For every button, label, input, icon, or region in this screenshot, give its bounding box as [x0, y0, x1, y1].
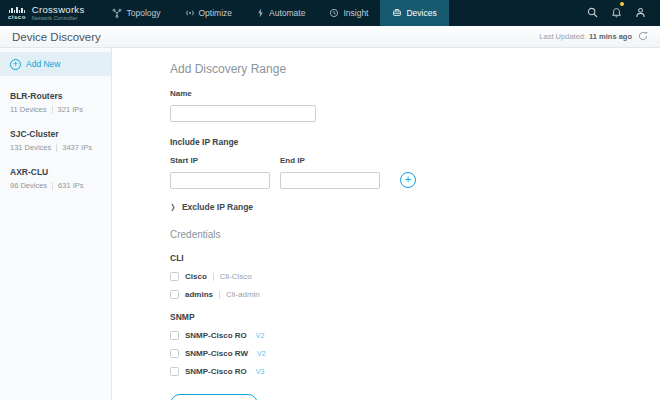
cisco-logo-icon: cisco: [8, 7, 26, 20]
snmp-cisco-ro-v2-checkbox[interactable]: [170, 331, 179, 340]
group-devices: 11 Devices: [10, 105, 47, 114]
group-name: BLR-Routers: [10, 91, 101, 101]
credential-name: SNMP-Cisco RO: [185, 367, 247, 376]
group-name: SJC-Cluster: [10, 129, 101, 139]
discovery-sidebar: + Add New BLR-Routers 11 Devices 321 IPs…: [0, 48, 112, 400]
add-ip-range-button[interactable]: +: [400, 172, 416, 188]
cli-cisco-checkbox[interactable]: [170, 272, 179, 281]
nav-item-automate[interactable]: Automate: [244, 0, 317, 26]
search-icon[interactable]: [587, 4, 598, 22]
plus-circle-icon: +: [10, 59, 21, 70]
group-name: AXR-CLU: [10, 167, 101, 177]
snmp-credential-row: SNMP-Cisco RO V2: [170, 331, 660, 340]
nav-item-label: Automate: [269, 8, 305, 18]
group-ips: 321 IPs: [58, 105, 83, 114]
exclude-ip-range-toggle[interactable]: ❯ Exclude IP Range: [170, 202, 660, 212]
brand-subtitle: Network Controller: [32, 15, 85, 21]
last-updated-label: Last Updated:: [539, 32, 586, 41]
group-ips: 631 IPs: [58, 181, 83, 190]
cisco-logo-word: cisco: [8, 14, 26, 20]
cisco-logo-bars: [9, 7, 26, 13]
nav-item-topology[interactable]: Topology: [100, 0, 172, 26]
sidebar-item-sjc-cluster[interactable]: SJC-Cluster 131 Devices 3437 IPs: [0, 129, 111, 152]
automate-icon: [256, 8, 265, 18]
divider: [213, 273, 214, 281]
add-new-label: Add New: [26, 59, 61, 69]
brand-text: Crossworks Network Controller: [32, 5, 85, 21]
snmp-section-title: SNMP: [170, 312, 660, 322]
snmp-cisco-ro-v3-checkbox[interactable]: [170, 367, 179, 376]
credential-name: SNMP-Cisco RW: [185, 349, 248, 358]
nav-item-label: Optimize: [199, 8, 233, 18]
insight-icon: [329, 8, 339, 18]
name-input[interactable]: [170, 105, 316, 122]
cli-credential-row: admins Cli-admin: [170, 290, 660, 299]
credential-name: admins: [185, 290, 213, 299]
refresh-icon[interactable]: [638, 31, 648, 43]
cli-credential-row: Cisco Cli-Cisco: [170, 272, 660, 281]
group-stats: 11 Devices 321 IPs: [10, 105, 101, 114]
snmp-version-badge: V2: [256, 332, 265, 339]
divider: [52, 182, 53, 190]
credential-detail: Cli-admin: [226, 290, 260, 299]
divider: [219, 291, 220, 299]
name-label: Name: [170, 89, 660, 98]
divider: [52, 106, 53, 114]
brand: cisco Crossworks Network Controller: [0, 0, 94, 26]
topology-icon: [112, 8, 122, 18]
group-devices: 131 Devices: [10, 143, 51, 152]
sidebar-item-blr-routers[interactable]: BLR-Routers 11 Devices 321 IPs: [0, 91, 111, 114]
start-monitoring-button[interactable]: Start Monitoring: [170, 394, 258, 400]
nav-item-insight[interactable]: Insight: [317, 0, 380, 26]
snmp-credential-row: SNMP-Cisco RW V2: [170, 349, 660, 358]
start-ip-label: Start IP: [170, 156, 270, 165]
form-title: Add Discovery Range: [170, 62, 660, 76]
start-ip-group: Start IP: [170, 156, 270, 189]
brand-title: Crossworks: [32, 5, 85, 15]
start-ip-input[interactable]: [170, 172, 270, 189]
divider: [56, 144, 57, 152]
nav-utility-icons: [587, 0, 660, 26]
cli-admins-checkbox[interactable]: [170, 290, 179, 299]
page-header: Device Discovery Last Updated: 11 mins a…: [0, 26, 660, 48]
chevron-right-icon: ❯: [171, 203, 176, 211]
ip-range-row: Start IP End IP +: [170, 156, 660, 189]
credential-name: Cisco: [185, 272, 207, 281]
last-updated: Last Updated: 11 mins ago: [539, 31, 648, 43]
add-new-button[interactable]: + Add New: [0, 52, 111, 76]
nav-item-label: Devices: [406, 8, 436, 18]
exclude-ip-range-label: Exclude IP Range: [182, 202, 253, 212]
group-ips: 3437 IPs: [62, 143, 92, 152]
page-body: + Add New BLR-Routers 11 Devices 321 IPs…: [0, 48, 660, 400]
nav-item-devices[interactable]: Devices: [380, 0, 448, 26]
primary-nav: Topology Optimize Automate: [100, 0, 448, 26]
group-devices: 96 Devices: [10, 181, 47, 190]
group-stats: 96 Devices 631 IPs: [10, 181, 101, 190]
notification-dot: [620, 2, 624, 6]
credential-detail: Cli-Cisco: [220, 272, 252, 281]
end-ip-label: End IP: [280, 156, 380, 165]
cli-section-title: CLI: [170, 253, 660, 263]
include-ip-range-title: Include IP Range: [170, 137, 660, 147]
snmp-credential-row: SNMP-Cisco RO V3: [170, 367, 660, 376]
group-stats: 131 Devices 3437 IPs: [10, 143, 101, 152]
optimize-icon: [185, 8, 195, 18]
credential-name: SNMP-Cisco RO: [185, 331, 247, 340]
nav-item-label: Insight: [343, 8, 368, 18]
end-ip-input[interactable]: [280, 172, 380, 189]
name-field-group: Name: [170, 89, 660, 122]
add-discovery-range-form: Add Discovery Range Name Include IP Rang…: [112, 48, 660, 400]
sidebar-item-axr-clu[interactable]: AXR-CLU 96 Devices 631 IPs: [0, 167, 111, 190]
last-updated-value: 11 mins ago: [589, 32, 632, 41]
snmp-version-badge: V2: [257, 350, 266, 357]
notifications-bell-icon[interactable]: [611, 4, 622, 22]
nav-item-label: Topology: [126, 8, 160, 18]
nav-item-optimize[interactable]: Optimize: [173, 0, 245, 26]
page-title: Device Discovery: [12, 31, 101, 43]
devices-icon: [392, 8, 402, 18]
credentials-title: Credentials: [170, 229, 660, 240]
snmp-cisco-rw-v2-checkbox[interactable]: [170, 349, 179, 358]
end-ip-group: End IP: [280, 156, 380, 189]
snmp-version-badge: V3: [256, 368, 265, 375]
user-icon[interactable]: [635, 4, 646, 22]
